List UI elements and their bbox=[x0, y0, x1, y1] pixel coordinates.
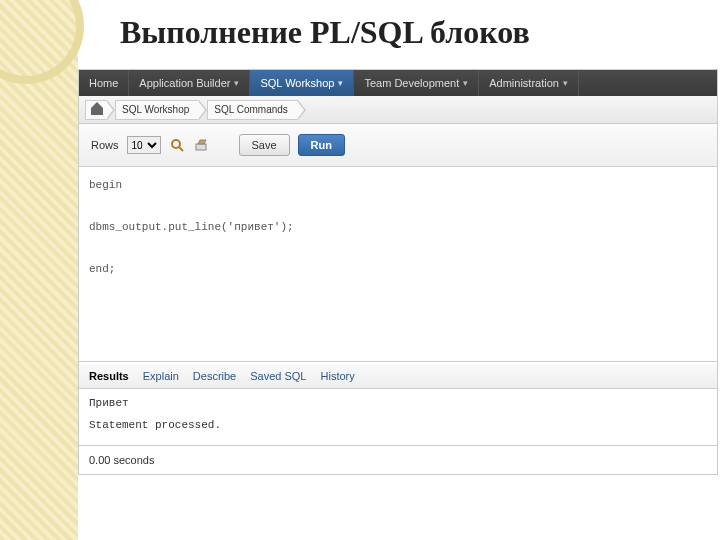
chevron-down-icon: ▾ bbox=[463, 78, 468, 88]
nav-home[interactable]: Home bbox=[79, 70, 129, 96]
rows-label: Rows bbox=[91, 139, 119, 151]
clear-icon[interactable] bbox=[193, 137, 209, 153]
top-nav: Home Application Builder ▾ SQL Workshop … bbox=[79, 70, 717, 96]
breadcrumb-home[interactable] bbox=[85, 100, 107, 120]
svg-rect-2 bbox=[196, 144, 206, 150]
apex-app-window: Home Application Builder ▾ SQL Workshop … bbox=[78, 69, 718, 475]
output-status: Statement processed. bbox=[89, 419, 707, 431]
svg-line-1 bbox=[179, 147, 183, 151]
nav-app-builder[interactable]: Application Builder ▾ bbox=[129, 70, 250, 96]
breadcrumb-sep-icon bbox=[298, 100, 306, 120]
breadcrumb-label: SQL Commands bbox=[214, 104, 288, 115]
breadcrumb: SQL Workshop SQL Commands bbox=[79, 96, 717, 124]
run-button[interactable]: Run bbox=[298, 134, 345, 156]
breadcrumb-sep-icon bbox=[107, 100, 115, 120]
tab-explain[interactable]: Explain bbox=[143, 370, 179, 382]
tab-history[interactable]: History bbox=[321, 370, 355, 382]
chevron-down-icon: ▾ bbox=[563, 78, 568, 88]
nav-sql-workshop-label: SQL Workshop bbox=[260, 77, 334, 89]
chevron-down-icon: ▾ bbox=[234, 78, 239, 88]
nav-admin-label: Administration bbox=[489, 77, 559, 89]
slide-decor bbox=[0, 0, 78, 540]
chevron-down-icon: ▾ bbox=[338, 78, 343, 88]
output-line: Привет bbox=[89, 397, 707, 409]
rows-select[interactable]: 10 bbox=[127, 136, 161, 154]
result-tabs: Results Explain Describe Saved SQL Histo… bbox=[79, 364, 717, 389]
svg-point-0 bbox=[172, 140, 180, 148]
nav-app-builder-label: Application Builder bbox=[139, 77, 230, 89]
tab-describe[interactable]: Describe bbox=[193, 370, 236, 382]
sql-code-editor[interactable] bbox=[79, 167, 717, 362]
svg-marker-3 bbox=[198, 140, 206, 144]
breadcrumb-sep-icon bbox=[199, 100, 207, 120]
home-icon bbox=[91, 105, 103, 115]
save-button[interactable]: Save bbox=[239, 134, 290, 156]
nav-home-label: Home bbox=[89, 77, 118, 89]
breadcrumb-sql-workshop[interactable]: SQL Workshop bbox=[115, 100, 199, 120]
breadcrumb-label: SQL Workshop bbox=[122, 104, 189, 115]
nav-sql-workshop[interactable]: SQL Workshop ▾ bbox=[250, 70, 354, 96]
slide-title: Выполнение PL/SQL блоков bbox=[0, 0, 720, 69]
nav-admin[interactable]: Administration ▾ bbox=[479, 70, 579, 96]
nav-team-dev-label: Team Development bbox=[364, 77, 459, 89]
output-panel: Привет Statement processed. bbox=[79, 389, 717, 446]
tab-saved-sql[interactable]: Saved SQL bbox=[250, 370, 306, 382]
timing-label: 0.00 seconds bbox=[79, 446, 717, 474]
tab-results[interactable]: Results bbox=[89, 370, 129, 382]
find-icon[interactable] bbox=[169, 137, 185, 153]
nav-team-dev[interactable]: Team Development ▾ bbox=[354, 70, 479, 96]
command-toolbar: Rows 10 Save Run bbox=[79, 124, 717, 167]
breadcrumb-sql-commands[interactable]: SQL Commands bbox=[207, 100, 298, 120]
